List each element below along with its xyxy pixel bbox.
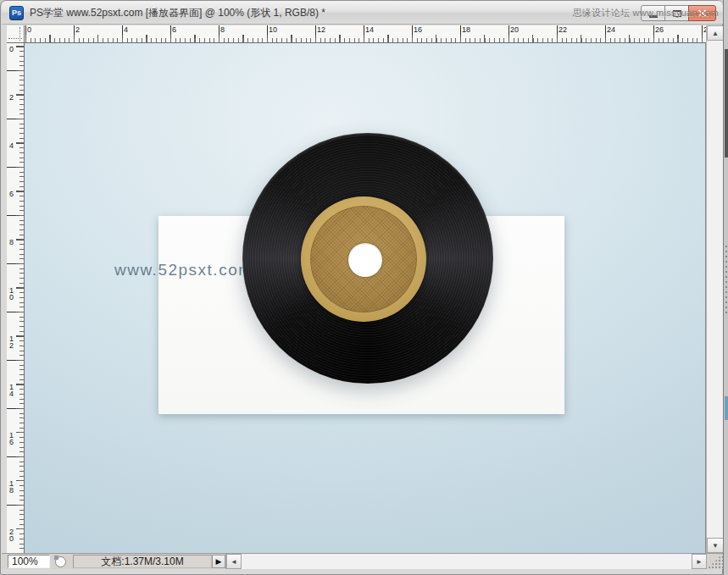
minimize-icon [649,15,658,18]
ruler-number: 2 [75,26,80,34]
ruler-number: 20 [510,26,519,34]
vinyl-center-hole [348,243,382,277]
window-title: PS学堂 www.52psxt.com [播放器界面] @ 100% (形状 1… [30,1,325,25]
scroll-up-button[interactable]: ▲ [707,25,724,41]
ruler-number: 8 [220,26,225,34]
zoom-level-field[interactable]: 100% [8,555,50,568]
photoshop-document-window: Ps PS学堂 www.52psxt.com [播放器界面] @ 100% (形… [0,0,723,575]
canvas-watermark-text: www.52psxt.com [114,261,253,279]
ruler-number: 4 [124,26,128,34]
horizontal-scrollbar[interactable]: ◄ ► [225,554,707,569]
vertical-ruler[interactable]: 02468101214161820 [7,43,25,553]
ruler-number: 6 [172,26,176,34]
scroll-down-button[interactable]: ▼ [707,538,724,553]
status-bar: 100% 文档:1.37M/3.10M ▶ ◄ ► [2,553,723,569]
ruler-number: 16 [9,432,16,445]
vertical-scrollbar[interactable]: ▲ ▼ [706,25,723,553]
ruler-number: 12 [9,335,16,349]
ruler-number: 0 [9,46,16,53]
document-canvas[interactable]: www.52psxt.com [25,43,706,553]
close-button[interactable] [688,5,716,21]
maximize-button[interactable] [664,5,689,21]
ruler-number: 4 [9,142,16,149]
ruler-number: 22 [559,26,567,34]
photoshop-app-icon: Ps [9,6,24,20]
scroll-right-button[interactable]: ► [692,554,707,569]
ruler-origin-box[interactable] [7,25,25,43]
ruler-number: 18 [9,480,16,494]
maximize-icon [673,10,681,17]
window-resize-grip[interactable] [707,554,723,569]
background-panel-mark [725,396,728,420]
ruler-number: 0 [27,26,31,34]
ruler-number: 26 [655,26,664,34]
horizontal-ruler[interactable]: 0246810121416182022242628 [25,25,706,43]
background-panel-mark [725,246,727,313]
ruler-number: 10 [269,26,277,34]
ruler-number: 24 [607,26,615,34]
ruler-number: 8 [9,239,16,246]
ruler-number: 20 [9,528,16,542]
document-status-icon[interactable] [55,556,66,567]
scroll-left-button[interactable]: ◄ [226,554,242,569]
background-panel-mark [725,49,728,158]
document-size-info: 文档:1.37M/3.10M [73,555,212,568]
close-icon [697,9,707,17]
status-flyout-button[interactable]: ▶ [212,555,225,568]
background-app-edge [723,0,728,575]
minimize-button[interactable] [641,5,665,21]
ruler-number: 10 [9,287,16,301]
ruler-number: 14 [365,26,374,34]
ruler-number: 16 [414,26,422,34]
ruler-number: 18 [462,26,470,34]
ruler-number: 6 [9,191,16,197]
ruler-origin-crosshair [8,38,22,39]
titlebar[interactable]: Ps PS学堂 www.52psxt.com [播放器界面] @ 100% (形… [2,1,723,25]
window-controls [642,5,716,21]
ruler-number: 2 [9,94,16,101]
ruler-number: 12 [317,26,325,34]
ruler-number: 14 [9,384,16,397]
